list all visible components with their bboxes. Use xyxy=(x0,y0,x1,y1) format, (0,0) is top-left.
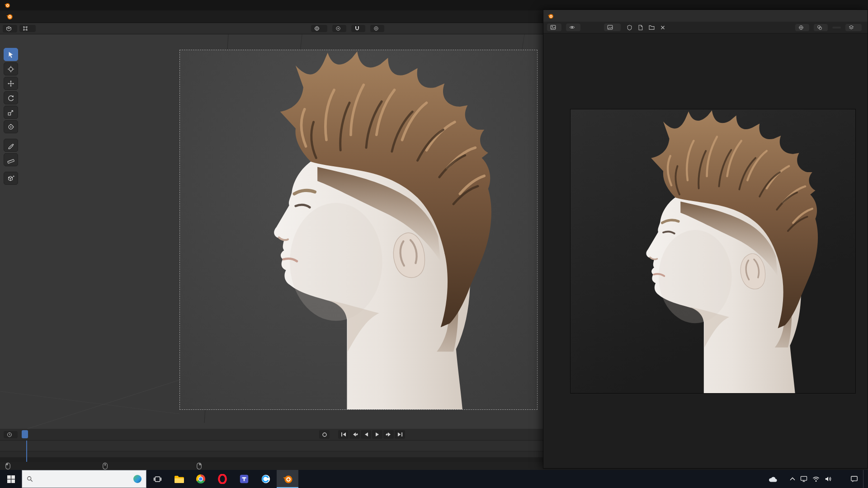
new-file-icon xyxy=(638,25,643,30)
playhead[interactable] xyxy=(26,441,27,462)
volume-icon xyxy=(825,476,832,482)
magnet-icon xyxy=(354,26,360,31)
add-cube-tool[interactable] xyxy=(4,172,18,185)
object-mode-icon xyxy=(23,26,28,31)
play-reverse-button[interactable] xyxy=(361,430,371,439)
proportional-editing-toggle[interactable] xyxy=(370,25,384,32)
play-button[interactable] xyxy=(372,430,382,439)
workspace-tab[interactable] xyxy=(33,18,43,23)
gizmos-toggle[interactable] xyxy=(795,24,809,31)
view-mode-selector[interactable] xyxy=(566,23,580,31)
next-keyframe-button[interactable] xyxy=(383,430,394,439)
transform-tool[interactable] xyxy=(4,120,18,133)
blender-menu-button[interactable] xyxy=(3,13,16,20)
menu-item[interactable] xyxy=(16,15,24,19)
weather-widget[interactable] xyxy=(767,476,785,483)
annotate-pen-icon xyxy=(7,142,14,149)
mouse-right-icon xyxy=(197,463,202,469)
tweak-select-tool[interactable] xyxy=(4,48,18,61)
view-menu[interactable] xyxy=(585,26,592,29)
viewport-menus xyxy=(38,27,45,30)
move-tool[interactable] xyxy=(4,77,18,90)
start-button[interactable] xyxy=(0,470,22,488)
timeline-editor-type-selector[interactable] xyxy=(4,431,18,438)
add-workspace-button[interactable] xyxy=(43,14,51,19)
fake-user-button[interactable] xyxy=(625,24,634,31)
annotate-tool[interactable] xyxy=(4,139,18,152)
file-explorer-icon xyxy=(174,475,184,483)
taskbar-app-opera[interactable] xyxy=(212,470,233,488)
taskbar-search[interactable] xyxy=(22,470,146,488)
minimize-button[interactable] xyxy=(821,0,835,10)
image-menu[interactable] xyxy=(594,26,602,29)
tray-volume-button[interactable] xyxy=(825,476,832,482)
taskbar-app-file-explorer[interactable] xyxy=(168,470,190,488)
clock-icon xyxy=(7,432,12,437)
pivot-point-selector[interactable] xyxy=(332,25,346,32)
mode-selector[interactable] xyxy=(19,25,36,32)
search-highlight-icon[interactable] xyxy=(133,475,142,483)
rotate-tool[interactable] xyxy=(4,91,18,104)
maximize-button[interactable] xyxy=(831,10,849,22)
select-arrow-icon xyxy=(7,51,14,58)
render-titlebar[interactable] xyxy=(543,10,868,22)
image-icon xyxy=(607,24,613,30)
folder-open-icon xyxy=(649,25,655,30)
keying-menu[interactable] xyxy=(27,433,34,436)
jump-end-icon xyxy=(397,432,403,437)
search-input[interactable] xyxy=(37,475,130,483)
gizmo-icon xyxy=(798,25,804,30)
cursor-tool[interactable] xyxy=(4,62,18,75)
playback-controls xyxy=(338,430,405,439)
taskbar-app-blender[interactable] xyxy=(277,470,298,488)
display-channels-selector[interactable] xyxy=(814,24,828,31)
new-image-button[interactable] xyxy=(636,24,645,31)
image-editor-icon xyxy=(550,24,556,30)
taskbar-app-chrome[interactable] xyxy=(190,470,212,488)
render-result-canvas[interactable] xyxy=(543,43,868,468)
maximize-button[interactable] xyxy=(835,0,850,10)
image-datablock-selector[interactable] xyxy=(604,23,621,31)
main-titlebar xyxy=(0,0,868,10)
render-stats xyxy=(543,33,868,43)
opera-icon xyxy=(217,474,227,484)
viewport-menu-item[interactable] xyxy=(38,27,45,30)
render-slot-selector[interactable] xyxy=(832,27,841,28)
scale-tool[interactable] xyxy=(4,106,18,119)
minimize-button[interactable] xyxy=(813,10,831,22)
timeline-view-menu[interactable] xyxy=(34,433,42,436)
search-icon xyxy=(27,476,33,482)
close-button[interactable] xyxy=(850,0,864,10)
desktop xyxy=(0,0,868,488)
task-view-button[interactable] xyxy=(146,470,168,488)
editor-type-selector[interactable] xyxy=(547,23,561,31)
cursor-3d-icon xyxy=(7,66,14,73)
c-app-icon xyxy=(261,474,271,484)
taskbar-app-teams[interactable] xyxy=(233,470,255,488)
auto-keying-button[interactable] xyxy=(319,430,330,439)
shield-icon xyxy=(627,25,632,30)
snap-toggle[interactable] xyxy=(351,25,365,32)
editor-type-selector[interactable] xyxy=(3,25,17,33)
unlink-image-button[interactable] xyxy=(659,24,667,31)
tray-overflow-button[interactable] xyxy=(790,477,795,481)
transform-orientation-selector[interactable] xyxy=(311,25,327,32)
jump-to-start-button[interactable] xyxy=(338,430,349,439)
windows-logo-icon xyxy=(7,475,15,483)
open-image-button[interactable] xyxy=(647,24,656,31)
current-frame-indicator[interactable] xyxy=(22,430,28,438)
prev-keyframe-button[interactable] xyxy=(349,430,360,439)
cloud-icon xyxy=(769,476,778,483)
taskbar-app-c-app[interactable] xyxy=(255,470,277,488)
system-tray xyxy=(767,470,868,488)
measure-tool[interactable] xyxy=(4,153,18,166)
close-button[interactable] xyxy=(849,10,868,22)
marker-menu[interactable] xyxy=(42,433,49,436)
notification-center-button[interactable] xyxy=(850,475,858,483)
view-layer-selector[interactable] xyxy=(845,24,862,31)
tray-network-button[interactable] xyxy=(812,476,820,482)
tray-display-button[interactable] xyxy=(800,476,807,482)
jump-to-end-button[interactable] xyxy=(395,430,405,439)
show-desktop-button[interactable] xyxy=(863,470,865,488)
head-render xyxy=(571,109,855,393)
